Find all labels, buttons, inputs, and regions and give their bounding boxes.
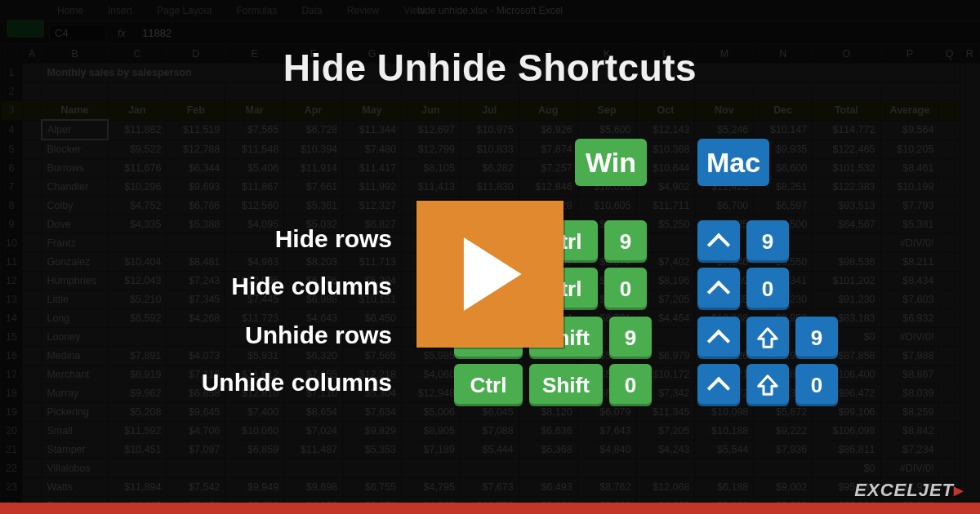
slide-title: Hide Unhide Shortcuts [0, 46, 980, 90]
play-button[interactable] [416, 201, 564, 348]
key-9: 9 [604, 220, 647, 263]
key-9: 9 [746, 220, 789, 263]
label-unhide-columns: Unhide columns [49, 369, 392, 397]
key-9: 9 [795, 317, 838, 359]
key-9: 9 [609, 317, 652, 359]
control-caret-icon [697, 220, 740, 263]
thumbnail-stage: hide unhide.xlsx - Microsoft Excel HomeI… [0, 0, 980, 514]
brand-name: EXCELJET [854, 480, 954, 500]
brand-accent-icon: ▸ [954, 480, 964, 500]
key-shift: Shift [529, 364, 603, 406]
label-hide-columns: Hide columns [49, 273, 392, 300]
svg-marker-0 [464, 237, 522, 311]
control-caret-icon [697, 364, 740, 406]
play-icon [457, 237, 523, 311]
key-0: 0 [609, 364, 652, 406]
label-unhide-rows: Unhide rows [49, 321, 392, 349]
key-0: 0 [604, 268, 647, 310]
key-ctrl: Ctrl [454, 364, 523, 406]
key-0: 0 [795, 364, 838, 406]
key-0: 0 [746, 268, 789, 310]
label-hide-rows: Hide rows [49, 225, 392, 253]
platform-label-win: Win [575, 139, 647, 186]
brand-accent-bar [0, 503, 980, 514]
shift-arrow-icon [746, 317, 789, 359]
brand-logo: EXCELJET▸ [854, 480, 964, 501]
control-caret-icon [697, 268, 740, 310]
shift-arrow-icon [746, 364, 789, 406]
slide-overlay: Hide Unhide Shortcuts Win Mac Hide rows … [0, 0, 980, 514]
control-caret-icon [697, 317, 740, 359]
platform-label-mac: Mac [697, 139, 769, 186]
